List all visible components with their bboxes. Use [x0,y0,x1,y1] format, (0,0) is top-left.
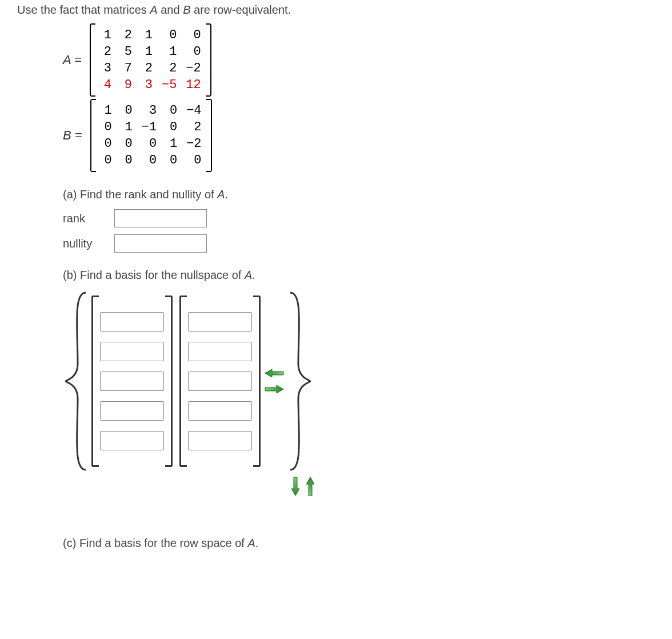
nullity-label: nullity [63,237,114,250]
vector-entry-input[interactable] [100,401,164,421]
matrix-cell: 0 [137,135,161,152]
vector-entry-input[interactable] [100,431,164,450]
matrix-cell: 1 [95,27,116,43]
matrix-cell: 2 [157,60,181,77]
matrix-a-display: A = 12100251103722−2493−512 [63,23,655,97]
matrix-cell: 1 [137,27,157,43]
matrix-cell: 0 [157,27,181,43]
vector-entry-input[interactable] [188,401,252,421]
matrix-a-label: A = [63,53,85,67]
part-b-prompt: (b) Find a basis for the nullspace of A. [63,269,463,282]
matrix-cell: 0 [96,135,117,152]
matrix-row: 25110 [95,43,206,60]
matrix-cell: 2 [182,119,206,135]
matrix-cell: 3 [137,102,161,119]
basis-vector [91,295,173,467]
row-arrows[interactable] [143,476,463,497]
matrix-row: 1030−4 [96,102,206,119]
matrix-b-label: B = [63,128,86,143]
matrix-cell: −2 [182,135,206,152]
part-b: (b) Find a basis for the nullspace of A. [63,269,463,497]
matrix-cell: 0 [96,119,117,135]
part-c: (c) Find a basis for the row space of A. [63,537,463,550]
vector-entry-input[interactable] [188,312,252,332]
matrix-cell: 0 [181,27,205,43]
matrix-cell: 7 [116,60,137,77]
left-brace-icon [63,290,91,473]
matrix-cell: 0 [117,135,137,152]
matrix-b-display: B = 1030−401−1020001−200000 [63,99,655,172]
matrix-cell: −2 [181,60,205,77]
nullity-input[interactable] [114,234,207,253]
matrix-cell: 0 [117,102,137,119]
vector-entry-input[interactable] [188,342,252,361]
matrix-row: 0001−2 [96,135,206,152]
part-c-prompt: (c) Find a basis for the row space of A. [63,537,463,550]
matrix-cell: 1 [157,43,181,60]
matrix-cell: 0 [96,152,117,169]
vector-entry-input[interactable] [100,372,164,391]
matrix-cell: 2 [95,43,116,60]
matrix-cell: 0 [137,152,161,169]
svg-marker-1 [265,385,283,393]
part-a-prompt: (a) Find the rank and nullity of A. [63,188,463,201]
vector-entry-input[interactable] [188,372,252,391]
rank-input[interactable] [114,209,207,227]
matrix-b: 1030−401−1020001−200000 [90,99,212,172]
matrix-cell: 5 [116,43,137,60]
svg-marker-2 [291,477,299,496]
matrix-cell: 1 [96,102,117,119]
matrix-cell: 0 [161,119,182,135]
matrix-cell: 0 [161,152,182,169]
matrix-row: 01−102 [96,119,206,135]
intro-text: Use the fact that matrices A and B are r… [17,3,655,17]
matrix-cell: 3 [95,60,116,77]
arrow-left-icon[interactable] [264,368,285,379]
matrix-cell: 2 [116,27,137,43]
arrow-down-icon[interactable] [290,476,301,497]
vector-entry-input[interactable] [100,312,164,332]
arrow-up-icon[interactable] [305,476,316,497]
matrix-cell: −4 [182,102,206,119]
svg-marker-0 [265,369,283,377]
part-a: (a) Find the rank and nullity of A. rank… [63,188,463,253]
rank-label: rank [63,212,114,225]
matrix-cell: 12 [181,77,205,93]
column-arrows[interactable] [264,290,285,473]
matrix-cell: 3 [137,77,157,93]
matrix-cell: 0 [181,43,205,60]
matrix-a: 12100251103722−2493−512 [90,23,211,97]
matrix-cell: 0 [117,152,137,169]
matrix-cell: 4 [95,77,116,93]
matrix-cell: 0 [182,152,206,169]
matrix-cell: 1 [117,119,137,135]
matrix-row: 12100 [95,27,206,43]
matrix-cell: −1 [137,119,161,135]
svg-marker-3 [306,477,314,496]
matrix-row: 3722−2 [95,60,206,77]
vector-entry-input[interactable] [188,431,252,450]
matrix-cell: 1 [161,135,182,152]
matrix-cell: 9 [116,77,137,93]
basis-vector [179,295,261,467]
matrix-cell: −5 [157,77,181,93]
arrow-right-icon[interactable] [264,384,285,395]
matrix-row: 00000 [96,152,206,169]
matrix-row: 493−512 [95,77,206,93]
matrix-cell: 2 [137,60,157,77]
vector-entry-input[interactable] [100,342,164,361]
matrix-cell: 1 [137,43,157,60]
right-brace-icon [285,290,313,473]
matrix-cell: 0 [161,102,182,119]
